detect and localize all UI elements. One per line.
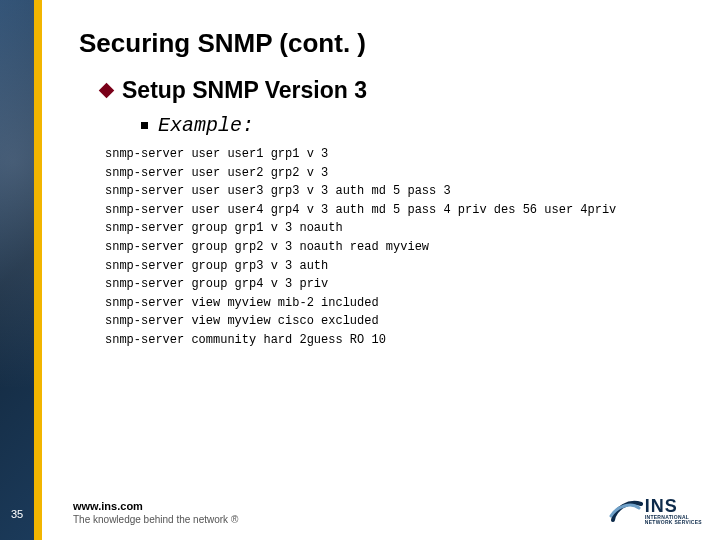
footer: www.ins.com The knowledge behind the net… — [55, 500, 238, 526]
logo-line2: NETWORK SERVICES — [645, 520, 702, 525]
slide-content: Securing SNMP (cont. ) Setup SNMP Versio… — [55, 0, 720, 540]
slide-title: Securing SNMP (cont. ) — [55, 0, 720, 71]
bullet-level2: Example: — [141, 114, 720, 137]
accent-bar — [34, 0, 42, 540]
diamond-bullet-icon — [99, 83, 115, 99]
bullet-text: Setup SNMP Version 3 — [122, 77, 367, 104]
bullet-level1: Setup SNMP Version 3 — [101, 77, 720, 104]
globe-swoosh-icon — [609, 494, 643, 528]
page-number: 35 — [0, 508, 34, 520]
footer-text: www.ins.com The knowledge behind the net… — [73, 500, 238, 526]
code-block: snmp-server user user1 grp1 v 3 snmp-ser… — [105, 145, 720, 350]
footer-url: www.ins.com — [73, 500, 238, 514]
sub-bullet-text: Example: — [158, 114, 254, 137]
sidebar-photo — [0, 0, 34, 540]
ins-logo: INS INTERNATIONAL NETWORK SERVICES — [609, 494, 702, 528]
logo-text-block: INS INTERNATIONAL NETWORK SERVICES — [645, 497, 702, 525]
square-bullet-icon — [141, 122, 148, 129]
logo-acronym: INS — [645, 497, 702, 515]
footer-tagline: The knowledge behind the network ® — [73, 514, 238, 527]
